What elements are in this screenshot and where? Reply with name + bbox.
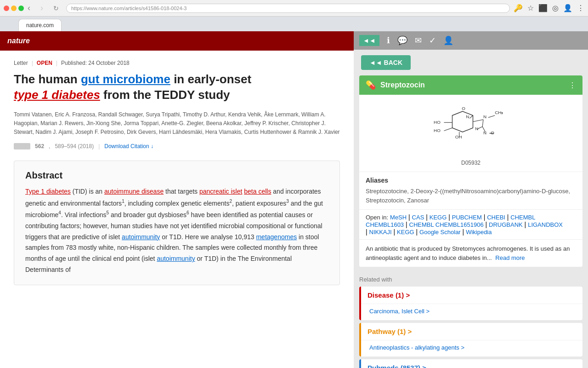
- chembl1651906-link[interactable]: CHEMBL CHEMBL1651906: [409, 221, 484, 228]
- svg-text:OH: OH: [455, 134, 462, 139]
- key-icon[interactable]: 🔑: [514, 4, 523, 12]
- star-icon[interactable]: ☆: [527, 4, 534, 12]
- svg-text:O: O: [491, 130, 494, 135]
- svg-line-12: [482, 120, 483, 126]
- drug-header: 💊 Streptozocin ⋮: [359, 75, 582, 95]
- article-type: Letter: [14, 60, 28, 66]
- chat-icon[interactable]: 💬: [397, 35, 407, 46]
- aliases-section: Aliases Streptozotocine, 2-Deoxy-2-((met…: [359, 172, 582, 209]
- read-more-link[interactable]: Read more: [495, 254, 525, 261]
- pubmed-title[interactable]: Pubmeds (8537) >: [368, 364, 426, 368]
- cas-link[interactable]: CAS: [412, 214, 424, 221]
- email-icon[interactable]: ✉: [415, 35, 422, 46]
- journal-name-blurred: Nature: [14, 143, 30, 150]
- metagenomes-link[interactable]: metagenomes: [256, 233, 297, 241]
- ligandbox-link[interactable]: LIGANDBOX: [528, 221, 563, 228]
- svg-text:CH₃: CH₃: [495, 110, 503, 115]
- related-section: Related with Disease (1) > Carcinoma, Is…: [354, 272, 588, 368]
- address-bar[interactable]: https://www.nature.com/articles/s41586-0…: [66, 4, 510, 13]
- pathway-card-header: Pathway (1) >: [361, 323, 582, 340]
- chembl-link[interactable]: CHEMBL: [510, 214, 535, 221]
- related-title: Related with: [359, 276, 582, 283]
- pubchem-link[interactable]: PUBCHEM: [452, 214, 482, 221]
- disease-title[interactable]: Disease (1) >: [368, 291, 410, 299]
- journal-logo: nature: [7, 37, 30, 45]
- aliases-title: Aliases: [366, 177, 576, 184]
- autoimmunity2-link[interactable]: autoimmunity: [157, 255, 195, 262]
- chembl1603-link[interactable]: CHEMBL1603: [366, 221, 404, 228]
- svg-line-5: [444, 128, 452, 131]
- svg-text:N: N: [483, 114, 486, 119]
- check-icon[interactable]: ✓: [429, 35, 436, 46]
- mesh-link[interactable]: MeSH: [390, 214, 407, 221]
- back-nav-icon[interactable]: ‹: [28, 3, 37, 13]
- autoimmunity-link[interactable]: autoimmunity: [122, 233, 160, 241]
- refresh-icon[interactable]: ↻: [53, 5, 62, 12]
- beta-cells-link[interactable]: beta cells: [244, 188, 271, 195]
- kegg2-link[interactable]: KEGG: [397, 229, 414, 236]
- info-icon[interactable]: ℹ: [387, 35, 390, 46]
- svg-text:N: N: [475, 126, 478, 131]
- menu-icon[interactable]: ⋮: [577, 4, 584, 12]
- disease-card-body: Carcinoma, Islet Cell >: [361, 304, 582, 320]
- drug-menu-icon[interactable]: ⋮: [569, 81, 576, 90]
- open-badge: OPEN: [37, 60, 52, 66]
- type1-diabetes-abstract-link[interactable]: Type 1 diabetes: [25, 188, 71, 195]
- description-section: An antibiotic that is produced by Streto…: [359, 239, 582, 267]
- google-scholar-link[interactable]: Google Scholar: [419, 229, 461, 236]
- svg-text:N: N: [466, 114, 469, 119]
- pathway-card: Pathway (1) > Antineoplastics - alkylati…: [359, 323, 582, 356]
- type1-diabetes-link[interactable]: type 1 diabetes: [14, 88, 100, 102]
- drugbank-link[interactable]: DRUGBANK: [489, 221, 523, 228]
- open-in-section: Open in: MeSH | CAS | KEGG | PUBCHEM | C…: [359, 209, 582, 239]
- tab-bar: nature.com: [0, 17, 588, 31]
- drug-code: D05932: [365, 160, 577, 166]
- browser-chrome: ‹ › ↻ https://www.nature.com/articles/s4…: [0, 0, 588, 17]
- abstract-text: Type 1 diabetes (TID) is an autoimmune d…: [25, 186, 328, 276]
- download-citation-link[interactable]: Download Citation ↓: [104, 143, 153, 150]
- disease-card-header: Disease (1) >: [361, 287, 582, 304]
- article-meta: Letter | OPEN | Published: 24 October 20…: [14, 60, 340, 66]
- drug-icon: 💊: [366, 80, 376, 90]
- nikkaji-link[interactable]: NIKKAJI: [369, 229, 392, 236]
- profile-icon[interactable]: 👤: [563, 4, 572, 12]
- right-content: ◄◄ BACK 💊 Streptozocin ⋮ HO: [354, 50, 588, 368]
- disease-item-link[interactable]: Carcinoma, Islet Cell >: [369, 307, 576, 316]
- user-icon[interactable]: 👤: [443, 35, 453, 46]
- pathway-title[interactable]: Pathway (1) >: [368, 328, 412, 335]
- active-tab[interactable]: nature.com: [18, 19, 62, 31]
- gut-microbiome-link[interactable]: gut microbiome: [81, 72, 170, 86]
- article-panel: nature Letter | OPEN | Published: 24 Oct…: [0, 31, 354, 368]
- back-button[interactable]: ◄◄ BACK: [361, 55, 411, 70]
- right-toolbar: ◄◄ ℹ 💬 ✉ ✓ 👤: [354, 31, 588, 50]
- drug-structure: HO O HO OH N: [359, 95, 582, 172]
- published-date: Published: 24 October 2018: [61, 60, 130, 66]
- wikipedia-link[interactable]: Wikipedia: [466, 229, 492, 236]
- browser-logo-icon: ◎: [552, 4, 559, 12]
- collapse-button[interactable]: ◄◄: [359, 35, 379, 46]
- svg-marker-2: [452, 111, 473, 132]
- pathway-card-body: Antineoplastics - alkylating agents >: [361, 340, 582, 356]
- svg-text:O: O: [462, 106, 465, 111]
- svg-line-8: [473, 120, 484, 122]
- pubmed-card: Pubmeds (8537) > Nephrotoxic and antineo…: [359, 359, 582, 368]
- chebi-link[interactable]: CHEBI: [487, 214, 505, 221]
- svg-line-20: [469, 115, 473, 118]
- pathway-item-link[interactable]: Antineoplastics - alkylating agents >: [369, 343, 576, 352]
- article-title: The human gut microbiome in early-onset …: [14, 72, 340, 103]
- back-section: ◄◄ BACK: [354, 50, 588, 75]
- journal-header-bar: nature: [0, 31, 354, 51]
- autoimmune-disease-link[interactable]: autoimmune disease: [104, 188, 164, 195]
- svg-line-10: [488, 115, 495, 118]
- forward-nav-icon[interactable]: ›: [40, 3, 50, 13]
- kegg-link[interactable]: KEGG: [430, 214, 447, 221]
- abstract-section: Abstract Type 1 diabetes (TID) is an aut…: [14, 161, 340, 285]
- extension-icon[interactable]: ⬛: [538, 4, 548, 12]
- chemical-structure-svg: HO O HO OH N: [430, 100, 512, 155]
- open-in-label: Open in:: [366, 214, 388, 221]
- drug-name: Streptozocin: [380, 81, 564, 89]
- authors-list: Tommi Vatanen, Eric A. Franzosa, Randall…: [14, 110, 340, 137]
- pancreatic-islet-link[interactable]: pancreatic islet: [199, 188, 242, 195]
- aliases-text: Streptozotocine, 2-Deoxy-2-((methylNitro…: [366, 187, 576, 205]
- description-text: An antibiotic that is produced by Streto…: [366, 245, 570, 261]
